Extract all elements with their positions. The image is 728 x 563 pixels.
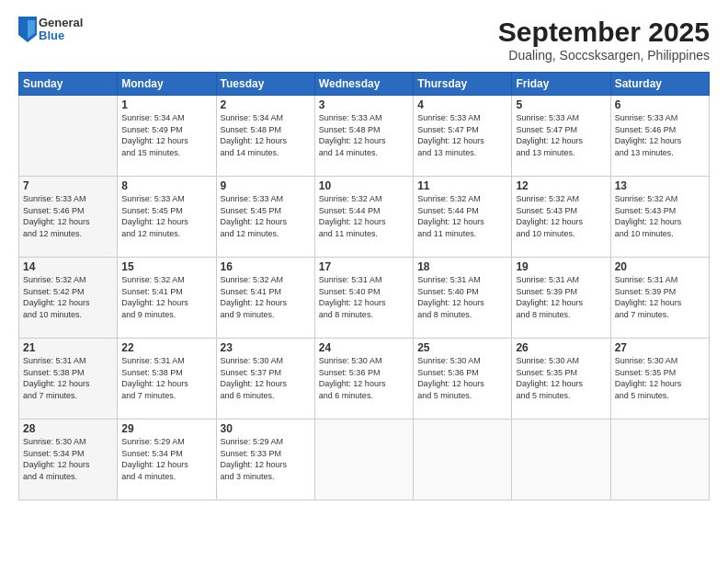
- day-number: 16: [221, 260, 311, 273]
- day-info: Sunrise: 5:32 AM Sunset: 5:44 PM Dayligh…: [319, 193, 409, 239]
- calendar-cell: 15Sunrise: 5:32 AM Sunset: 5:41 PM Dayli…: [118, 258, 216, 339]
- day-number: 24: [319, 341, 409, 354]
- day-number: 6: [615, 98, 705, 111]
- calendar-table: SundayMondayTuesdayWednesdayThursdayFrid…: [18, 72, 710, 500]
- day-number: 10: [319, 179, 409, 192]
- day-info: Sunrise: 5:30 AM Sunset: 5:37 PM Dayligh…: [221, 355, 311, 401]
- day-info: Sunrise: 5:32 AM Sunset: 5:42 PM Dayligh…: [23, 274, 113, 320]
- calendar-title: September 2025: [498, 17, 710, 48]
- day-info: Sunrise: 5:34 AM Sunset: 5:49 PM Dayligh…: [121, 112, 211, 158]
- calendar-cell: 29Sunrise: 5:29 AM Sunset: 5:34 PM Dayli…: [118, 419, 216, 500]
- calendar-cell: 27Sunrise: 5:30 AM Sunset: 5:35 PM Dayli…: [610, 339, 709, 419]
- logo-icon: [18, 17, 37, 42]
- day-info: Sunrise: 5:31 AM Sunset: 5:39 PM Dayligh…: [615, 274, 705, 320]
- calendar-cell: [610, 419, 709, 500]
- day-info: Sunrise: 5:30 AM Sunset: 5:36 PM Dayligh…: [319, 355, 409, 401]
- week-row-3: 14Sunrise: 5:32 AM Sunset: 5:42 PM Dayli…: [19, 258, 710, 339]
- calendar-subtitle: Dualing, Soccsksargen, Philippines: [498, 48, 710, 63]
- day-number: 12: [516, 179, 606, 192]
- day-number: 15: [121, 260, 211, 273]
- day-number: 13: [615, 179, 705, 192]
- calendar-cell: 7Sunrise: 5:33 AM Sunset: 5:46 PM Daylig…: [19, 177, 118, 258]
- calendar-cell: [314, 419, 413, 500]
- day-number: 19: [516, 260, 606, 273]
- calendar-cell: 19Sunrise: 5:31 AM Sunset: 5:39 PM Dayli…: [512, 258, 610, 339]
- calendar-cell: 30Sunrise: 5:29 AM Sunset: 5:33 PM Dayli…: [216, 419, 314, 500]
- title-block: September 2025 Dualing, Soccsksargen, Ph…: [498, 17, 710, 63]
- day-number: 25: [417, 341, 507, 354]
- day-number: 14: [23, 260, 113, 273]
- day-header-sunday: Sunday: [19, 73, 118, 96]
- calendar-cell: 14Sunrise: 5:32 AM Sunset: 5:42 PM Dayli…: [19, 258, 118, 339]
- calendar-cell: [512, 419, 610, 500]
- day-info: Sunrise: 5:32 AM Sunset: 5:44 PM Dayligh…: [417, 193, 507, 239]
- calendar-cell: 6Sunrise: 5:33 AM Sunset: 5:46 PM Daylig…: [610, 96, 709, 177]
- day-header-saturday: Saturday: [610, 73, 709, 96]
- day-info: Sunrise: 5:32 AM Sunset: 5:43 PM Dayligh…: [516, 193, 606, 239]
- day-info: Sunrise: 5:33 AM Sunset: 5:45 PM Dayligh…: [121, 193, 211, 239]
- day-info: Sunrise: 5:30 AM Sunset: 5:36 PM Dayligh…: [417, 355, 507, 401]
- calendar-cell: 28Sunrise: 5:30 AM Sunset: 5:34 PM Dayli…: [19, 419, 118, 500]
- day-number: 21: [23, 341, 113, 354]
- calendar-cell: 9Sunrise: 5:33 AM Sunset: 5:45 PM Daylig…: [216, 177, 314, 258]
- day-info: Sunrise: 5:31 AM Sunset: 5:38 PM Dayligh…: [23, 355, 113, 401]
- day-info: Sunrise: 5:33 AM Sunset: 5:47 PM Dayligh…: [516, 112, 606, 158]
- day-info: Sunrise: 5:29 AM Sunset: 5:33 PM Dayligh…: [221, 436, 311, 482]
- calendar-cell: 3Sunrise: 5:33 AM Sunset: 5:48 PM Daylig…: [314, 96, 413, 177]
- calendar-cell: 25Sunrise: 5:30 AM Sunset: 5:36 PM Dayli…: [414, 339, 512, 419]
- calendar-cell: 17Sunrise: 5:31 AM Sunset: 5:40 PM Dayli…: [314, 258, 413, 339]
- day-info: Sunrise: 5:33 AM Sunset: 5:46 PM Dayligh…: [23, 193, 113, 239]
- page: General Blue September 2025 Dualing, Soc…: [0, 0, 728, 563]
- calendar-cell: 20Sunrise: 5:31 AM Sunset: 5:39 PM Dayli…: [610, 258, 709, 339]
- day-info: Sunrise: 5:34 AM Sunset: 5:48 PM Dayligh…: [221, 112, 311, 158]
- day-number: 9: [221, 179, 311, 192]
- calendar-cell: [19, 96, 118, 177]
- header: General Blue September 2025 Dualing, Soc…: [18, 17, 710, 63]
- calendar-cell: 13Sunrise: 5:32 AM Sunset: 5:43 PM Dayli…: [610, 177, 709, 258]
- week-row-1: 1Sunrise: 5:34 AM Sunset: 5:49 PM Daylig…: [19, 96, 710, 177]
- day-number: 27: [615, 341, 705, 354]
- calendar-cell: 2Sunrise: 5:34 AM Sunset: 5:48 PM Daylig…: [216, 96, 314, 177]
- week-row-5: 28Sunrise: 5:30 AM Sunset: 5:34 PM Dayli…: [19, 419, 710, 500]
- logo-text: General Blue: [39, 17, 83, 43]
- day-header-wednesday: Wednesday: [314, 73, 413, 96]
- calendar-cell: 4Sunrise: 5:33 AM Sunset: 5:47 PM Daylig…: [414, 96, 512, 177]
- day-info: Sunrise: 5:30 AM Sunset: 5:35 PM Dayligh…: [516, 355, 606, 401]
- day-info: Sunrise: 5:33 AM Sunset: 5:45 PM Dayligh…: [221, 193, 311, 239]
- calendar-cell: 5Sunrise: 5:33 AM Sunset: 5:47 PM Daylig…: [512, 96, 610, 177]
- day-number: 2: [221, 98, 311, 111]
- day-header-monday: Monday: [118, 73, 216, 96]
- calendar-cell: 10Sunrise: 5:32 AM Sunset: 5:44 PM Dayli…: [314, 177, 413, 258]
- day-info: Sunrise: 5:29 AM Sunset: 5:34 PM Dayligh…: [121, 436, 211, 482]
- day-info: Sunrise: 5:32 AM Sunset: 5:41 PM Dayligh…: [221, 274, 311, 320]
- week-row-4: 21Sunrise: 5:31 AM Sunset: 5:38 PM Dayli…: [19, 339, 710, 419]
- calendar-cell: 22Sunrise: 5:31 AM Sunset: 5:38 PM Dayli…: [118, 339, 216, 419]
- day-number: 26: [516, 341, 606, 354]
- calendar-cell: 23Sunrise: 5:30 AM Sunset: 5:37 PM Dayli…: [216, 339, 314, 419]
- day-number: 3: [319, 98, 409, 111]
- calendar-cell: 8Sunrise: 5:33 AM Sunset: 5:45 PM Daylig…: [118, 177, 216, 258]
- logo-general: General: [39, 17, 83, 29]
- day-number: 5: [516, 98, 606, 111]
- calendar-cell: 11Sunrise: 5:32 AM Sunset: 5:44 PM Dayli…: [414, 177, 512, 258]
- calendar-cell: [414, 419, 512, 500]
- day-info: Sunrise: 5:31 AM Sunset: 5:40 PM Dayligh…: [319, 274, 409, 320]
- day-number: 20: [615, 260, 705, 273]
- calendar-cell: 18Sunrise: 5:31 AM Sunset: 5:40 PM Dayli…: [414, 258, 512, 339]
- day-info: Sunrise: 5:31 AM Sunset: 5:39 PM Dayligh…: [516, 274, 606, 320]
- day-info: Sunrise: 5:30 AM Sunset: 5:34 PM Dayligh…: [23, 436, 113, 482]
- day-info: Sunrise: 5:32 AM Sunset: 5:41 PM Dayligh…: [121, 274, 211, 320]
- day-number: 18: [417, 260, 507, 273]
- day-number: 22: [121, 341, 211, 354]
- day-number: 28: [23, 422, 113, 435]
- day-number: 29: [121, 422, 211, 435]
- logo: General Blue: [18, 17, 83, 43]
- calendar-cell: 1Sunrise: 5:34 AM Sunset: 5:49 PM Daylig…: [118, 96, 216, 177]
- day-number: 30: [221, 422, 311, 435]
- day-info: Sunrise: 5:31 AM Sunset: 5:38 PM Dayligh…: [121, 355, 211, 401]
- calendar-cell: 16Sunrise: 5:32 AM Sunset: 5:41 PM Dayli…: [216, 258, 314, 339]
- day-number: 11: [417, 179, 507, 192]
- day-header-thursday: Thursday: [414, 73, 512, 96]
- day-header-row: SundayMondayTuesdayWednesdayThursdayFrid…: [19, 73, 710, 96]
- day-header-friday: Friday: [512, 73, 610, 96]
